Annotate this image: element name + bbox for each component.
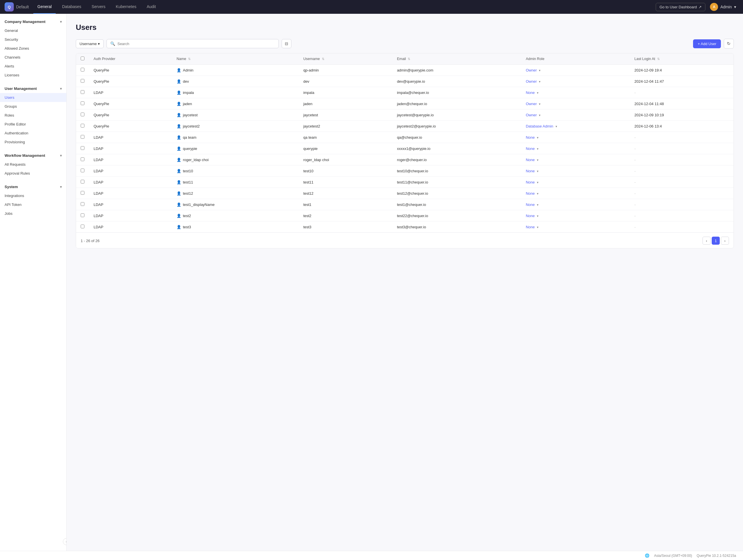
sidebar-item-allowed-zones[interactable]: Allowed Zones	[0, 44, 66, 53]
row-admin-role[interactable]: None ▾	[521, 165, 629, 177]
admin-role-link[interactable]: Owner	[526, 113, 536, 117]
row-last-login: -	[630, 221, 734, 232]
row-last-login: 2024-12-04 11:47	[630, 76, 734, 87]
row-admin-role[interactable]: None ▾	[521, 143, 629, 154]
sidebar-item-all-requests[interactable]: All Requests	[0, 160, 66, 169]
admin-role-link[interactable]: None	[526, 158, 534, 162]
header-checkbox-cell	[76, 53, 89, 64]
row-checkbox-14[interactable]	[81, 225, 84, 228]
row-admin-role[interactable]: Owner ▾	[521, 98, 629, 110]
row-checkbox-5[interactable]	[81, 124, 84, 128]
row-admin-role[interactable]: Owner ▾	[521, 110, 629, 121]
row-admin-role[interactable]: Owner ▾	[521, 76, 629, 87]
col-username[interactable]: Username ⇅	[299, 53, 392, 64]
row-checkbox-4[interactable]	[81, 113, 84, 116]
sidebar-item-licenses[interactable]: Licenses	[0, 71, 66, 80]
sidebar-item-groups[interactable]: Groups	[0, 102, 66, 111]
sidebar-section-header-company-management[interactable]: Company Management ▾	[0, 18, 66, 26]
admin-menu[interactable]: A Admin ▾	[708, 3, 738, 11]
sidebar-section-header-workflow-management[interactable]: Workflow Management ▾	[0, 152, 66, 160]
row-checkbox-3[interactable]	[81, 101, 84, 105]
nav-tab-audit[interactable]: Audit	[143, 0, 160, 14]
row-admin-role[interactable]: None ▾	[521, 221, 629, 232]
admin-role-link[interactable]: Owner	[526, 79, 536, 84]
sidebar-item-users[interactable]: Users	[0, 93, 66, 102]
sidebar-item-profile-editor[interactable]: Profile Editor	[0, 120, 66, 129]
admin-role-link[interactable]: None	[526, 225, 534, 229]
sidebar-item-authentication[interactable]: Authentication	[0, 129, 66, 137]
row-last-login: 2024-12-09 19:4	[630, 64, 734, 76]
row-checkbox-1[interactable]	[81, 79, 84, 83]
search-input[interactable]	[118, 42, 275, 46]
row-checkbox-7[interactable]	[81, 146, 84, 150]
admin-role-link[interactable]: None	[526, 169, 534, 173]
admin-role-link[interactable]: None	[526, 191, 534, 196]
row-admin-role[interactable]: Database Admin ▾	[521, 121, 629, 132]
row-admin-role[interactable]: None ▾	[521, 177, 629, 188]
row-admin-role[interactable]: None ▾	[521, 199, 629, 210]
admin-role-link[interactable]: None	[526, 90, 534, 95]
row-admin-role[interactable]: None ▾	[521, 210, 629, 221]
row-last-login: -	[630, 132, 734, 143]
admin-role-link[interactable]: Owner	[526, 102, 536, 106]
row-checkbox-2[interactable]	[81, 90, 84, 94]
row-checkbox-11[interactable]	[81, 191, 84, 195]
sidebar-item-api-token[interactable]: API Token	[0, 200, 66, 209]
col-email[interactable]: Email ⇅	[392, 53, 521, 64]
nav-tab-general[interactable]: General	[33, 0, 56, 14]
admin-role-link[interactable]: None	[526, 180, 534, 184]
next-page-button[interactable]: ›	[721, 236, 729, 245]
row-admin-role[interactable]: None ▾	[521, 87, 629, 98]
nav-tab-kubernetes[interactable]: Kubernetes	[112, 0, 140, 14]
nav-tab-databases[interactable]: Databases	[58, 0, 85, 14]
admin-role-link[interactable]: Owner	[526, 68, 536, 72]
filter-button[interactable]: ⊟	[281, 39, 292, 48]
row-checkbox-6[interactable]	[81, 135, 84, 139]
row-name: 👤test3	[172, 221, 299, 232]
admin-role-link[interactable]: None	[526, 135, 534, 139]
sidebar-item-roles[interactable]: Roles	[0, 111, 66, 120]
admin-role-link[interactable]: None	[526, 146, 534, 151]
col-admin-role[interactable]: Admin Role	[521, 53, 629, 64]
sidebar-item-security[interactable]: Security	[0, 35, 66, 44]
sidebar-item-provisioning[interactable]: Provisioning	[0, 137, 66, 146]
sidebar-item-jobs[interactable]: Jobs	[0, 209, 66, 218]
page-1-button[interactable]: 1	[712, 236, 720, 245]
add-user-button[interactable]: + Add User	[693, 39, 721, 48]
admin-role-link[interactable]: None	[526, 214, 534, 218]
nav-tab-servers[interactable]: Servers	[88, 0, 110, 14]
admin-role-link[interactable]: None	[526, 203, 534, 207]
sidebar-item-approval-rules[interactable]: Approval Rules	[0, 169, 66, 178]
row-admin-role[interactable]: None ▾	[521, 154, 629, 165]
col-auth-provider[interactable]: Auth Provider	[89, 53, 172, 64]
row-admin-role[interactable]: None ▾	[521, 132, 629, 143]
row-checkbox-12[interactable]	[81, 202, 84, 206]
prev-page-button[interactable]: ‹	[702, 236, 710, 245]
table-row: QueryPie 👤dev dev dev@querypie.io Owner …	[76, 76, 734, 87]
sidebar-item-channels[interactable]: Channels	[0, 53, 66, 62]
col-name[interactable]: Name ⇅	[172, 53, 299, 64]
sidebar-item-general[interactable]: General	[0, 26, 66, 35]
table-row: LDAP 👤test1_displayName test1 test1@cheq…	[76, 199, 734, 210]
filter-dropdown-label: Username	[80, 42, 97, 46]
role-chevron-icon: ▾	[539, 114, 540, 117]
sidebar-section-header-system[interactable]: System ▾	[0, 183, 66, 191]
row-checkbox-8[interactable]	[81, 157, 84, 161]
refresh-button[interactable]: ↻	[724, 39, 734, 48]
admin-role-link[interactable]: Database Admin	[526, 124, 553, 128]
row-admin-role[interactable]: Owner ▾	[521, 64, 629, 76]
row-admin-role[interactable]: None ▾	[521, 188, 629, 199]
row-checkbox-9[interactable]	[81, 169, 84, 172]
select-all-checkbox[interactable]	[81, 56, 84, 60]
sidebar-item-alerts[interactable]: Alerts	[0, 62, 66, 71]
sidebar-section-header-user-management[interactable]: User Management ▾	[0, 85, 66, 93]
row-checkbox-0[interactable]	[81, 68, 84, 72]
col-last-login[interactable]: Last Login At ⇅	[630, 53, 734, 64]
row-checkbox-10[interactable]	[81, 180, 84, 183]
row-name: 👤qa team	[172, 132, 299, 143]
row-checkbox-13[interactable]	[81, 213, 84, 217]
filter-dropdown[interactable]: Username ▾	[76, 39, 104, 48]
go-to-dashboard-button[interactable]: Go to User Dashboard ↗	[656, 3, 705, 11]
sidebar-item-integrations[interactable]: Integrations	[0, 191, 66, 200]
sidebar-collapse-button[interactable]: ‹	[63, 538, 67, 545]
